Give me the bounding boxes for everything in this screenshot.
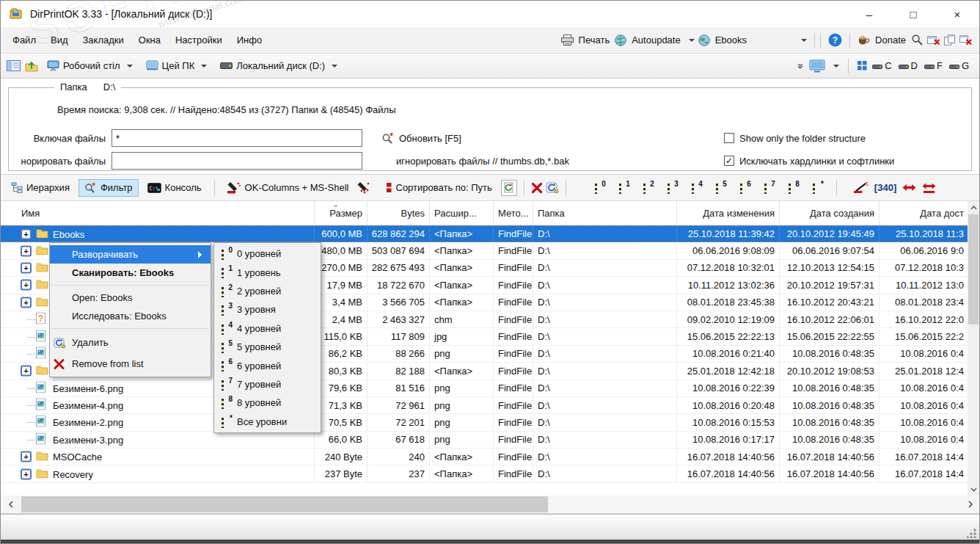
wand-icon[interactable] — [854, 182, 869, 193]
context-menu-item-open[interactable]: Open: Ebooks — [50, 289, 211, 307]
expand-toggle-icon[interactable]: + — [21, 228, 32, 239]
table-row-Безимени-2.png[interactable]: Безимени-2.png70,5 KB72 201pngFindFileD:… — [1, 414, 969, 431]
submenu-item-5-levels[interactable]: 55 уровней — [214, 338, 321, 356]
show-folder-structure-checkbox[interactable]: Show only the folder structure — [724, 133, 866, 144]
minimize-button[interactable]: – — [847, 1, 891, 27]
table-row-Безимени-6.png[interactable]: Безимени-6.png79,6 KB81 516pngFindFileD:… — [1, 380, 969, 397]
table-row-Ebooks[interactable]: +Ebooks600,0 MB628 862 294<Папка>FindFil… — [1, 225, 969, 242]
table-row-Безимени-4.png[interactable]: Безимени-4.png71,3 KB72 961pngFindFileD:… — [1, 397, 969, 414]
donate-button[interactable]: Donate — [875, 35, 906, 46]
column-header-6[interactable]: Дата изменения — [677, 201, 780, 225]
recycle-refresh-icon[interactable] — [546, 181, 559, 194]
expand-toggle-icon[interactable]: + — [21, 468, 32, 479]
menu-item-windows[interactable]: Окна — [131, 31, 168, 50]
refresh-button[interactable]: Обновить [F5] — [381, 132, 461, 145]
ok-columns-button[interactable]: OK-Columns + MS-Shell — [222, 178, 377, 197]
print-button[interactable]: Печать — [579, 35, 610, 46]
horizontal-scroll-thumb[interactable] — [21, 496, 548, 512]
drive-grid-icon[interactable] — [858, 61, 867, 70]
refresh-list-icon[interactable] — [501, 180, 517, 196]
table-row-Безимени-3.png[interactable]: Безимени-3.png66,0 KB67 618pngFindFileD:… — [1, 432, 969, 449]
table-row-MSOCache[interactable]: +MSOCache240 Byte240<Папка>FindFileD:\16… — [1, 449, 969, 465]
ebooks-combo-value[interactable]: Ebooks — [715, 35, 747, 46]
scroll-right-icon[interactable] — [962, 496, 979, 513]
swap-columns-arrow-icon[interactable] — [902, 183, 916, 192]
submenu-item-8-levels[interactable]: 88 уровней — [214, 394, 321, 412]
search-icon[interactable] — [911, 34, 924, 46]
level-button-0[interactable]: 0 — [590, 180, 608, 195]
vertical-scroll-thumb[interactable] — [968, 214, 979, 324]
expand-toggle-icon[interactable]: + — [21, 262, 32, 273]
scroll-up-icon[interactable] — [968, 201, 979, 214]
level-button-4[interactable]: 4 — [687, 180, 705, 195]
sort-by-button[interactable]: Сортировать по: Путь — [380, 179, 498, 196]
drive-g[interactable]: G — [949, 60, 969, 71]
column-header-0[interactable]: Имя — [1, 201, 315, 225]
level-button-all[interactable]: * — [808, 180, 826, 195]
vertical-scrollbar[interactable] — [968, 201, 979, 496]
menu-item-info[interactable]: Инфо — [230, 31, 269, 50]
horizontal-scrollbar[interactable] — [1, 496, 980, 514]
column-header-8[interactable]: Дата дост — [880, 201, 969, 225]
tab-console[interactable]: C:\ Консоль — [142, 179, 208, 196]
resize-grip[interactable] — [967, 529, 976, 538]
close-button[interactable]: × — [935, 1, 979, 27]
submenu-item-all-levels[interactable]: *Все уровни — [214, 413, 321, 431]
level-button-7[interactable]: 7 — [759, 180, 778, 195]
submenu-item-0-levels[interactable]: 00 уровней — [214, 244, 321, 263]
include-files-input[interactable] — [111, 129, 362, 147]
level-button-2[interactable]: 2 — [638, 180, 657, 195]
ignore-files-input[interactable] — [111, 152, 362, 170]
local-disk-button[interactable]: Локальний диск (D:) — [216, 59, 342, 73]
autoupdate-caret-icon[interactable] — [689, 39, 695, 45]
level-button-8[interactable]: 8 — [783, 180, 802, 195]
maximize-button[interactable]: □ — [891, 1, 935, 27]
submenu-item-7-levels[interactable]: 77 уровней — [214, 375, 321, 394]
help-icon[interactable]: ? — [828, 33, 842, 47]
swap-columns-arrow-base-icon[interactable] — [922, 182, 936, 194]
table-row-Recovery[interactable]: +Recovery237 Byte237<Папка>FindFileD:\16… — [1, 465, 969, 482]
column-header-2[interactable]: Bytes — [368, 201, 430, 225]
submenu-item-2-levels[interactable]: 22 уровней — [214, 282, 321, 300]
clear-list-red-x-icon[interactable] — [531, 182, 543, 194]
column-header-1[interactable]: Размер — [315, 201, 368, 225]
scroll-down-icon[interactable] — [968, 483, 979, 496]
expand-toggle-icon[interactable]: + — [21, 245, 32, 256]
expand-toggle-icon[interactable]: + — [21, 297, 32, 308]
column-header-5[interactable]: Папка — [533, 201, 677, 225]
panel-view-icon[interactable] — [7, 60, 21, 71]
up-folder-icon[interactable] — [25, 60, 38, 72]
submenu-item-3-levels[interactable]: 33 уровня — [214, 300, 321, 319]
drive-f[interactable]: F — [924, 60, 943, 71]
column-header-7[interactable]: Дата создания — [780, 201, 880, 225]
tab-filter[interactable]: Фильтр — [78, 179, 139, 197]
context-menu-item-expand[interactable]: Разворачивать — [50, 245, 211, 264]
monitor-icon[interactable] — [809, 59, 825, 73]
drive-c[interactable]: C — [872, 60, 891, 71]
scroll-left-icon[interactable] — [2, 496, 20, 513]
expand-toggle-icon[interactable]: + — [21, 280, 32, 291]
submenu-item-4-levels[interactable]: 44 уровней — [214, 319, 321, 338]
level-button-3[interactable]: 3 — [662, 180, 681, 195]
expand-toggle-icon[interactable]: + — [21, 366, 32, 377]
ebooks-combo-caret-icon[interactable] — [801, 39, 807, 45]
menu-item-view[interactable]: Вид — [43, 31, 76, 50]
tab-hierarchy[interactable]: Иерархия — [5, 179, 76, 196]
monitor-caret-icon[interactable] — [833, 65, 839, 70]
context-menu-item-remove-from-list[interactable]: Remove from list — [50, 353, 211, 374]
autoupdate-button[interactable]: Autoupdate — [632, 35, 681, 46]
close-window-red-x-icon[interactable] — [927, 35, 940, 46]
drive-d[interactable]: D — [899, 60, 918, 71]
desktop-location-button[interactable]: Робочий стіл — [43, 59, 137, 73]
menu-item-settings[interactable]: Настройки — [168, 31, 230, 50]
level-button-6[interactable]: 6 — [735, 180, 753, 195]
context-menu-item-scan[interactable]: Сканировать: Ebooks — [50, 264, 211, 282]
remove-red-x-icon[interactable] — [959, 35, 972, 46]
exclude-hardlinks-checkbox[interactable]: ✓ Исключать хардлинки и софтлинки — [724, 156, 894, 167]
menu-item-bookmarks[interactable]: Закладки — [76, 31, 131, 50]
submenu-item-1-levels[interactable]: 11 уровень — [214, 263, 321, 281]
column-header-3[interactable]: Расшир... — [430, 201, 494, 225]
copy-pages-icon[interactable] — [944, 35, 956, 46]
column-header-4[interactable]: Мето... — [494, 201, 533, 225]
level-button-1[interactable]: 1 — [614, 180, 632, 195]
